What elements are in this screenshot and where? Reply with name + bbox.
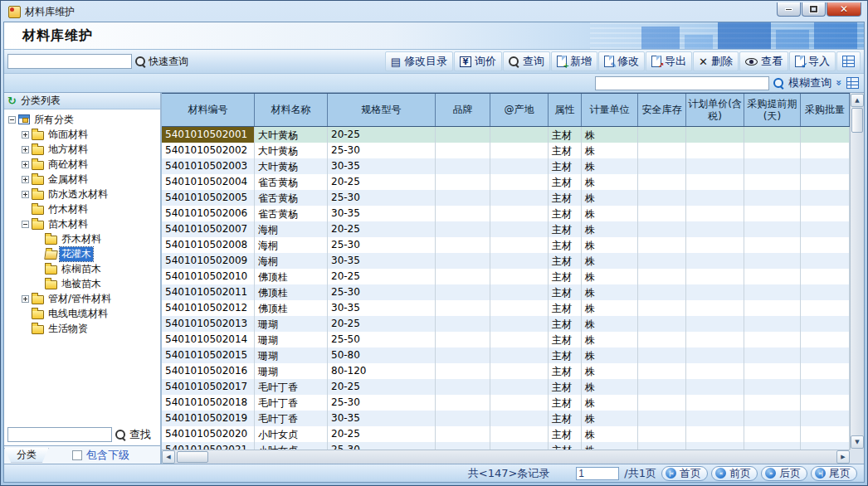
toolbar-button-导出[interactable]: 导出 bbox=[646, 51, 692, 71]
table-cell[interactable] bbox=[686, 379, 744, 395]
table-cell[interactable]: 25-30 bbox=[328, 395, 436, 411]
chevron-down-icon[interactable]: » bbox=[833, 80, 845, 86]
table-cell[interactable]: 主材 bbox=[549, 347, 582, 363]
table-cell[interactable]: 主材 bbox=[549, 221, 582, 237]
table-cell[interactable] bbox=[490, 411, 549, 426]
table-cell[interactable] bbox=[490, 379, 549, 395]
table-cell[interactable]: 大叶黄杨 bbox=[255, 158, 328, 174]
tree-item-管材/管件材料[interactable]: 管材/管件材料 bbox=[4, 291, 160, 306]
table-cell[interactable] bbox=[801, 269, 850, 284]
collapse-icon[interactable] bbox=[22, 221, 29, 228]
table-cell[interactable]: 30-35 bbox=[328, 158, 436, 174]
toolbar-button-修改[interactable]: 修改 bbox=[598, 51, 645, 71]
tree-item-所有分类[interactable]: 所有分类 bbox=[4, 112, 160, 127]
table-row[interactable]: 5401010502021小叶女贞25-30主材株 bbox=[162, 442, 850, 450]
table-cell[interactable]: 主材 bbox=[549, 395, 582, 411]
table-cell[interactable] bbox=[686, 221, 744, 237]
table-cell[interactable] bbox=[436, 237, 490, 253]
horizontal-scrollbar[interactable]: ◀ ▶ bbox=[162, 450, 850, 464]
table-cell[interactable] bbox=[801, 158, 850, 174]
table-cell[interactable]: 20-25 bbox=[328, 269, 436, 284]
table-cell[interactable]: 5401010502004 bbox=[162, 174, 255, 190]
table-cell[interactable] bbox=[801, 442, 850, 450]
table-cell[interactable]: 5401010502014 bbox=[162, 332, 255, 347]
table-cell[interactable] bbox=[801, 411, 850, 426]
table-cell[interactable] bbox=[744, 347, 801, 363]
table-cell[interactable]: 主材 bbox=[549, 190, 582, 206]
table-cell[interactable]: 主材 bbox=[549, 379, 582, 395]
table-cell[interactable] bbox=[744, 395, 801, 411]
table-cell[interactable] bbox=[490, 395, 549, 411]
table-cell[interactable]: 主材 bbox=[549, 206, 582, 221]
table-row[interactable]: 5401010502013珊瑚20-25主材株 bbox=[162, 316, 850, 332]
table-cell[interactable] bbox=[686, 284, 744, 300]
table-cell[interactable] bbox=[744, 190, 801, 206]
table-cell[interactable] bbox=[638, 127, 686, 143]
table-cell[interactable]: 株 bbox=[582, 237, 638, 253]
table-cell[interactable] bbox=[686, 206, 744, 221]
table-cell[interactable]: 主材 bbox=[549, 143, 582, 158]
column-header-采购提前期(天)[interactable]: 采购提前期(天) bbox=[744, 94, 801, 126]
table-cell[interactable] bbox=[638, 253, 686, 269]
pager-button-首页[interactable]: |«首页 bbox=[661, 466, 708, 481]
page-number-input[interactable] bbox=[576, 467, 619, 480]
table-cell[interactable] bbox=[490, 426, 549, 442]
column-header-材料编号[interactable]: 材料编号 bbox=[162, 94, 255, 126]
tree-item-防水透水材料[interactable]: 防水透水材料 bbox=[4, 187, 160, 202]
table-cell[interactable] bbox=[638, 221, 686, 237]
table-cell[interactable]: 5401010502003 bbox=[162, 158, 255, 174]
table-cell[interactable]: 25-30 bbox=[328, 143, 436, 158]
column-header-品牌[interactable]: 品牌 bbox=[436, 94, 490, 126]
table-cell[interactable] bbox=[490, 127, 549, 143]
table-cell[interactable]: 5401010502006 bbox=[162, 206, 255, 221]
table-cell[interactable]: 主材 bbox=[549, 332, 582, 347]
column-header-计划单价(含税)[interactable]: 计划单价(含税) bbox=[686, 94, 744, 126]
table-cell[interactable]: 主材 bbox=[549, 269, 582, 284]
close-button[interactable]: ✕ bbox=[827, 2, 861, 17]
table-cell[interactable] bbox=[801, 284, 850, 300]
table-cell[interactable] bbox=[686, 127, 744, 143]
table-cell[interactable] bbox=[638, 316, 686, 332]
minimize-button[interactable] bbox=[777, 2, 801, 17]
table-cell[interactable]: 毛叶丁香 bbox=[255, 411, 328, 426]
table-cell[interactable] bbox=[801, 316, 850, 332]
table-cell[interactable] bbox=[686, 426, 744, 442]
table-cell[interactable] bbox=[801, 127, 850, 143]
table-cell[interactable]: 株 bbox=[582, 253, 638, 269]
table-cell[interactable] bbox=[686, 143, 744, 158]
pager-button-前页[interactable]: «前页 bbox=[711, 466, 758, 481]
toolbar-button-导入[interactable]: 导入 bbox=[789, 51, 836, 71]
table-cell[interactable] bbox=[490, 143, 549, 158]
table-cell[interactable] bbox=[436, 347, 490, 363]
table-cell[interactable] bbox=[686, 174, 744, 190]
table-cell[interactable] bbox=[490, 332, 549, 347]
tree-item-生活物资[interactable]: 生活物资 bbox=[4, 321, 160, 336]
table-cell[interactable] bbox=[638, 206, 686, 221]
column-header-@产地[interactable]: @产地 bbox=[490, 94, 549, 126]
table-cell[interactable]: 株 bbox=[582, 284, 638, 300]
table-cell[interactable]: 主材 bbox=[549, 442, 582, 450]
table-cell[interactable] bbox=[638, 411, 686, 426]
table-cell[interactable] bbox=[436, 379, 490, 395]
toolbar-button-新增[interactable]: 新增 bbox=[551, 51, 597, 71]
table-cell[interactable]: 主材 bbox=[549, 363, 582, 379]
table-cell[interactable]: 株 bbox=[582, 300, 638, 316]
table-cell[interactable]: 5401010502021 bbox=[162, 442, 255, 450]
table-cell[interactable] bbox=[801, 395, 850, 411]
table-row[interactable]: 5401010502017毛叶丁香20-25主材株 bbox=[162, 379, 850, 395]
table-row[interactable]: 5401010502005雀舌黄杨25-30主材株 bbox=[162, 190, 850, 206]
toolbar-button-删除[interactable]: ✕删除 bbox=[693, 51, 739, 71]
table-cell[interactable] bbox=[686, 332, 744, 347]
table-cell[interactable] bbox=[744, 143, 801, 158]
toolbar-button-询价[interactable]: ¥询价 bbox=[454, 51, 502, 71]
table-row[interactable]: 5401010502019毛叶丁香30-35主材株 bbox=[162, 411, 850, 426]
table-cell[interactable] bbox=[686, 269, 744, 284]
tree-item-棕榈苗木[interactable]: 棕榈苗木 bbox=[4, 261, 160, 276]
table-cell[interactable]: 20-25 bbox=[328, 379, 436, 395]
include-sub-checkbox[interactable] bbox=[72, 450, 82, 460]
table-cell[interactable]: 20-25 bbox=[328, 221, 436, 237]
table-cell[interactable]: 大叶黄杨 bbox=[255, 127, 328, 143]
fuzzy-search-icon[interactable] bbox=[773, 78, 784, 89]
table-cell[interactable] bbox=[801, 347, 850, 363]
table-cell[interactable] bbox=[490, 347, 549, 363]
